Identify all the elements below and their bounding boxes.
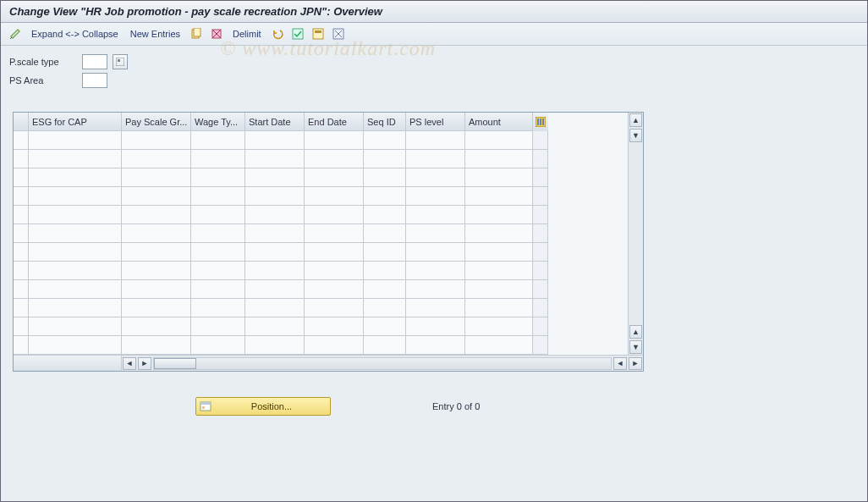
- table-cell[interactable]: [406, 206, 465, 224]
- col-start-date[interactable]: Start Date: [245, 113, 305, 131]
- table-cell[interactable]: [305, 336, 364, 355]
- undo-icon[interactable]: [270, 26, 285, 41]
- col-ps-level[interactable]: PS level: [406, 113, 465, 131]
- table-cell[interactable]: [305, 150, 364, 168]
- table-cell[interactable]: [305, 299, 364, 317]
- table-cell[interactable]: [465, 150, 533, 168]
- table-cell[interactable]: [245, 299, 305, 317]
- copy-icon[interactable]: [189, 26, 204, 41]
- table-cell[interactable]: [191, 131, 245, 150]
- table-cell[interactable]: [191, 224, 245, 243]
- table-cell[interactable]: [406, 243, 465, 262]
- table-cell[interactable]: [465, 262, 533, 280]
- hscroll-thumb[interactable]: [154, 358, 196, 369]
- table-cell[interactable]: [122, 317, 191, 336]
- table-cell[interactable]: [191, 299, 245, 317]
- col-seq-id[interactable]: Seq ID: [364, 113, 406, 131]
- delete-icon[interactable]: [209, 26, 224, 41]
- table-cell[interactable]: [29, 168, 122, 187]
- table-cell[interactable]: [406, 168, 465, 187]
- table-cell[interactable]: [191, 243, 245, 262]
- row-selector[interactable]: [14, 243, 29, 262]
- table-cell[interactable]: [191, 280, 245, 299]
- row-selector[interactable]: [14, 224, 29, 243]
- table-cell[interactable]: [305, 317, 364, 336]
- table-cell[interactable]: [29, 262, 122, 280]
- scroll-left-step-button[interactable]: ◄: [613, 357, 627, 370]
- table-cell[interactable]: [364, 206, 406, 224]
- table-cell[interactable]: [122, 131, 191, 150]
- row-selector[interactable]: [14, 336, 29, 355]
- table-cell[interactable]: [465, 224, 533, 243]
- deselect-all-icon[interactable]: [331, 26, 346, 41]
- table-cell[interactable]: [191, 336, 245, 355]
- table-cell[interactable]: [465, 187, 533, 206]
- table-cell[interactable]: [122, 168, 191, 187]
- table-cell[interactable]: [406, 150, 465, 168]
- scroll-left-button[interactable]: ◄: [123, 357, 136, 370]
- table-cell[interactable]: [29, 206, 122, 224]
- table-cell[interactable]: [465, 168, 533, 187]
- table-cell[interactable]: [465, 243, 533, 262]
- table-cell[interactable]: [245, 280, 305, 299]
- table-cell[interactable]: [122, 206, 191, 224]
- row-selector[interactable]: [14, 187, 29, 206]
- table-cell[interactable]: [245, 206, 305, 224]
- table-cell[interactable]: [191, 187, 245, 206]
- row-selector[interactable]: [14, 168, 29, 187]
- col-pay-scale-group[interactable]: Pay Scale Gr...: [122, 113, 191, 131]
- table-cell[interactable]: [29, 317, 122, 336]
- table-cell[interactable]: [191, 168, 245, 187]
- pscale-type-input[interactable]: [82, 54, 107, 69]
- table-cell[interactable]: [364, 224, 406, 243]
- scroll-down-button[interactable]: ▼: [629, 340, 642, 354]
- table-cell[interactable]: [245, 187, 305, 206]
- table-cell[interactable]: [122, 243, 191, 262]
- vertical-scrollbar[interactable]: ▲ ▼ ▲ ▼: [628, 113, 643, 355]
- new-entries-link[interactable]: New Entries: [127, 27, 184, 41]
- scroll-up-button[interactable]: ▲: [629, 113, 642, 127]
- table-cell[interactable]: [406, 224, 465, 243]
- ps-area-input[interactable]: [82, 73, 107, 88]
- select-all-icon[interactable]: [290, 26, 305, 41]
- row-selector[interactable]: [14, 262, 29, 280]
- table-cell[interactable]: [406, 336, 465, 355]
- delimit-link[interactable]: Delimit: [229, 27, 265, 41]
- table-cell[interactable]: [29, 336, 122, 355]
- table-cell[interactable]: [465, 280, 533, 299]
- table-cell[interactable]: [29, 131, 122, 150]
- table-cell[interactable]: [191, 206, 245, 224]
- scroll-up-step-button[interactable]: ▲: [629, 325, 642, 339]
- table-cell[interactable]: [245, 150, 305, 168]
- scroll-right-step-button[interactable]: ►: [138, 357, 151, 370]
- table-cell[interactable]: [29, 299, 122, 317]
- row-selector[interactable]: [14, 299, 29, 317]
- position-button[interactable]: Position...: [195, 397, 331, 416]
- expand-collapse-link[interactable]: Expand <-> Collapse: [28, 27, 122, 41]
- table-cell[interactable]: [465, 206, 533, 224]
- table-cell[interactable]: [364, 150, 406, 168]
- table-cell[interactable]: [364, 336, 406, 355]
- row-selector[interactable]: [14, 150, 29, 168]
- table-cell[interactable]: [122, 187, 191, 206]
- table-cell[interactable]: [122, 280, 191, 299]
- table-cell[interactable]: [364, 317, 406, 336]
- scroll-down-step-button[interactable]: ▼: [629, 129, 642, 142]
- table-cell[interactable]: [29, 280, 122, 299]
- table-cell[interactable]: [245, 224, 305, 243]
- table-cell[interactable]: [305, 206, 364, 224]
- table-cell[interactable]: [305, 243, 364, 262]
- table-config-button[interactable]: [533, 113, 548, 131]
- table-cell[interactable]: [305, 224, 364, 243]
- table-cell[interactable]: [245, 336, 305, 355]
- row-selector[interactable]: [14, 131, 29, 150]
- table-cell[interactable]: [245, 262, 305, 280]
- table-cell[interactable]: [305, 280, 364, 299]
- table-cell[interactable]: [29, 187, 122, 206]
- table-cell[interactable]: [29, 150, 122, 168]
- table-cell[interactable]: [29, 224, 122, 243]
- table-cell[interactable]: [245, 131, 305, 150]
- table-cell[interactable]: [122, 224, 191, 243]
- table-cell[interactable]: [406, 280, 465, 299]
- table-cell[interactable]: [364, 131, 406, 150]
